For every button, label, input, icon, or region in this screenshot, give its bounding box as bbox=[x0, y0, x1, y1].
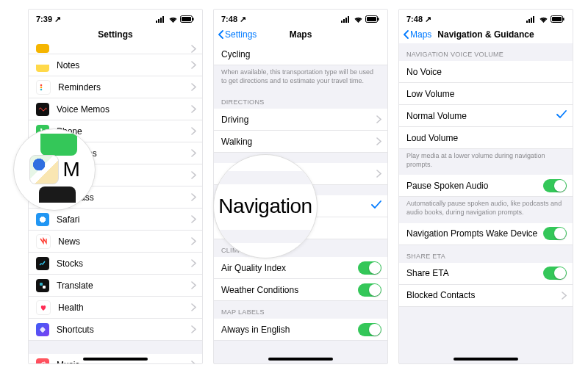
stocks-icon bbox=[36, 257, 49, 270]
checkmark-icon bbox=[556, 110, 567, 121]
row-label: Reminders bbox=[58, 82, 101, 93]
chevron-right-icon bbox=[191, 325, 196, 333]
row-news[interactable]: News bbox=[29, 231, 202, 253]
navbar: Maps Navigation & Guidance bbox=[399, 26, 573, 44]
checkmark-icon bbox=[371, 200, 381, 211]
row-cycling[interactable]: Cycling bbox=[214, 43, 387, 65]
chevron-right-icon bbox=[191, 361, 196, 363]
row-partial-top[interactable] bbox=[29, 43, 202, 54]
chevron-right-icon bbox=[191, 171, 196, 179]
row-label: No Voice bbox=[406, 67, 442, 77]
status-right bbox=[341, 15, 380, 23]
row-label: Music bbox=[57, 360, 79, 364]
svg-rect-14 bbox=[40, 326, 46, 332]
share-eta-toggle[interactable] bbox=[543, 267, 567, 280]
back-button[interactable]: Settings bbox=[218, 29, 257, 40]
row-label: Share ETA bbox=[406, 268, 449, 278]
row-pause-spoken[interactable]: Pause Spoken Audio bbox=[399, 175, 573, 197]
row-driving[interactable]: Driving bbox=[214, 109, 387, 131]
row-label: Driving bbox=[221, 115, 248, 125]
row-label: Cycling bbox=[221, 49, 250, 59]
shortcuts-icon bbox=[36, 323, 49, 336]
location-icon: ↗ bbox=[425, 15, 431, 24]
navigation-guidance-screen: 7:48↗ Maps Navigation & Guidance NAVIGAT… bbox=[398, 9, 573, 364]
row-label: Walking bbox=[221, 137, 252, 147]
status-bar: 7:48↗ bbox=[399, 10, 573, 26]
row-voice-memos[interactable]: Voice Memos bbox=[29, 98, 202, 120]
row-wake-device[interactable]: Navigation Prompts Wake Device bbox=[399, 223, 573, 245]
row-low-volume[interactable]: Low Volume bbox=[399, 83, 573, 105]
row-weather[interactable]: Weather Conditions bbox=[214, 279, 387, 301]
cycling-footer: When available, this transportation type… bbox=[214, 65, 387, 91]
svg-rect-18 bbox=[341, 21, 343, 23]
voice-footer: Play media at a lower volume during navi… bbox=[399, 149, 573, 175]
home-indicator[interactable] bbox=[83, 358, 148, 361]
row-always-english[interactable]: Always in English bbox=[214, 319, 387, 341]
pause-spoken-toggle[interactable] bbox=[543, 179, 567, 192]
back-button[interactable]: Maps bbox=[404, 29, 431, 40]
always-english-toggle[interactable] bbox=[358, 323, 381, 336]
translate-icon bbox=[36, 279, 49, 292]
aqi-toggle[interactable] bbox=[358, 261, 381, 275]
row-label: Notes bbox=[57, 60, 79, 70]
chevron-right-icon bbox=[191, 127, 196, 135]
svg-rect-20 bbox=[345, 18, 347, 23]
back-label: Settings bbox=[225, 29, 257, 40]
status-time: 7:48 bbox=[221, 15, 237, 23]
status-time: 7:39 bbox=[36, 15, 52, 23]
status-right bbox=[156, 15, 195, 23]
chevron-right-icon bbox=[376, 115, 381, 123]
chevron-right-icon bbox=[191, 259, 196, 267]
status-bar: 7:48↗ bbox=[214, 10, 387, 26]
svg-point-7 bbox=[40, 84, 43, 86]
row-notes[interactable]: Notes bbox=[29, 54, 202, 76]
row-reminders[interactable]: Reminders bbox=[29, 76, 202, 98]
location-icon: ↗ bbox=[240, 15, 246, 24]
wake-device-toggle[interactable] bbox=[543, 227, 567, 240]
status-time: 7:48 bbox=[406, 15, 423, 23]
page-title: Maps bbox=[290, 29, 312, 40]
row-share-eta[interactable]: Share ETA bbox=[399, 263, 573, 285]
row-label: Always in English bbox=[221, 325, 290, 335]
chevron-right-icon bbox=[191, 193, 196, 201]
chevron-right-icon bbox=[376, 137, 381, 145]
row-shortcuts[interactable]: Shortcuts bbox=[29, 319, 202, 341]
row-label: Blocked Contacts bbox=[406, 290, 475, 300]
row-walking[interactable]: Walking bbox=[214, 131, 387, 153]
svg-rect-13 bbox=[43, 286, 46, 289]
row-no-voice[interactable]: No Voice bbox=[399, 61, 573, 83]
row-safari[interactable]: Safari bbox=[29, 209, 202, 231]
news-icon bbox=[36, 234, 51, 249]
magnifier-maps: M bbox=[13, 128, 96, 211]
home-indicator[interactable] bbox=[268, 358, 333, 361]
row-label: Air Quality Index bbox=[221, 263, 286, 273]
weather-toggle[interactable] bbox=[358, 283, 381, 297]
chevron-right-icon bbox=[191, 281, 196, 289]
svg-rect-21 bbox=[348, 16, 349, 23]
pause-footer: Automatically pause spoken audio, like p… bbox=[399, 197, 573, 222]
row-blocked-contacts[interactable]: Blocked Contacts bbox=[399, 285, 573, 307]
svg-point-8 bbox=[40, 86, 43, 88]
row-label: Normal Volume bbox=[406, 111, 467, 121]
navbar: Settings Maps bbox=[214, 26, 387, 44]
status-right bbox=[526, 15, 565, 23]
chevron-right-icon bbox=[376, 170, 381, 178]
row-normal-volume[interactable]: Normal Volume bbox=[399, 105, 573, 127]
svg-rect-25 bbox=[526, 21, 528, 23]
safari-icon bbox=[36, 213, 49, 226]
home-indicator[interactable] bbox=[453, 358, 518, 361]
page-title: Settings bbox=[98, 29, 132, 40]
row-stocks[interactable]: Stocks bbox=[29, 253, 202, 275]
row-translate[interactable]: Translate bbox=[29, 275, 202, 297]
svg-rect-1 bbox=[158, 19, 159, 23]
row-aqi[interactable]: Air Quality Index bbox=[214, 257, 387, 279]
row-loud-volume[interactable]: Loud Volume bbox=[399, 127, 573, 149]
chevron-right-icon bbox=[191, 105, 196, 113]
location-icon: ↗ bbox=[54, 15, 61, 24]
row-label: Voice Memos bbox=[57, 104, 110, 115]
svg-rect-3 bbox=[162, 16, 164, 23]
svg-rect-28 bbox=[533, 16, 534, 23]
row-health[interactable]: Health bbox=[29, 297, 202, 319]
svg-rect-27 bbox=[531, 18, 532, 23]
row-label: Low Volume bbox=[406, 89, 454, 99]
